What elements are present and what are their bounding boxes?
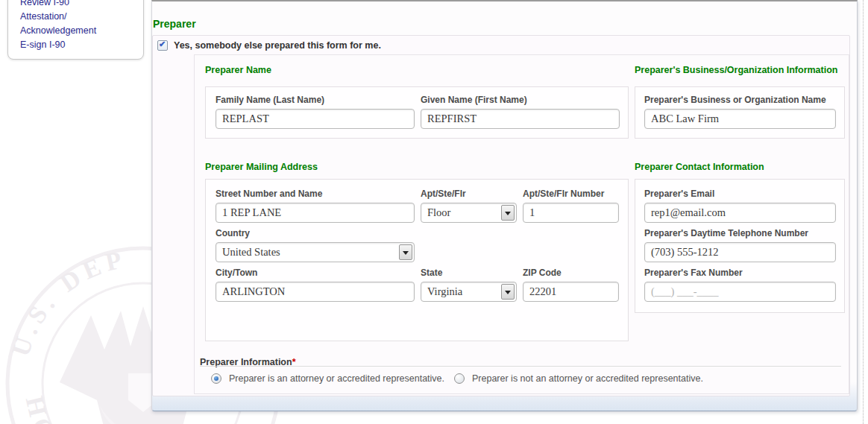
- prepared-by-other-checkbox[interactable]: ✔: [157, 40, 168, 51]
- given-name-label: Given Name (First Name): [421, 95, 620, 105]
- zip-input[interactable]: [523, 282, 619, 302]
- given-name-input[interactable]: [421, 109, 620, 129]
- sidebar-item-label-line1: Attestation/: [20, 10, 96, 24]
- business-name-input[interactable]: [644, 109, 836, 129]
- city-label: City/Town: [216, 268, 415, 278]
- divider: [200, 366, 841, 367]
- page-title: Preparer: [153, 18, 196, 30]
- apt-type-select[interactable]: Floor: [421, 203, 517, 223]
- zip-label: ZIP Code: [523, 268, 619, 278]
- sidebar-nav: Review I-90 Attestation/ Acknowledgement…: [7, 0, 144, 60]
- email-label: Preparer's Email: [644, 189, 836, 199]
- prepared-by-other-row: ✔ Yes, somebody else prepared this form …: [157, 40, 381, 51]
- section-title-contact-info: Preparer Contact Information: [635, 162, 764, 172]
- preparer-details-container: Preparer Name Family Name (Last Name) Gi…: [194, 54, 849, 394]
- radio-attorney-label: Preparer is an attorney or accredited re…: [229, 373, 444, 384]
- apt-number-input[interactable]: [523, 203, 619, 223]
- section-title-business-info: Preparer's Business/Organization Informa…: [635, 65, 837, 75]
- dropdown-arrow-icon[interactable]: [501, 284, 515, 300]
- main-content-panel: Preparer ✔ Yes, somebody else prepared t…: [151, 0, 858, 411]
- fax-input[interactable]: [644, 282, 836, 302]
- apt-number-label: Apt/Ste/Flr Number: [523, 189, 619, 199]
- apt-type-label: Apt/Ste/Flr: [421, 189, 517, 199]
- sidebar-item-label-line2: Acknowledgement: [20, 24, 96, 38]
- email-input[interactable]: [644, 203, 836, 223]
- street-label: Street Number and Name: [216, 189, 415, 199]
- sidebar-item-label: Review I-90: [20, 0, 96, 10]
- sidebar-item-label: E-sign I-90: [20, 38, 96, 52]
- country-label: Country: [216, 228, 415, 238]
- phone-label: Preparer's Daytime Telephone Number: [644, 228, 836, 238]
- family-name-label: Family Name (Last Name): [216, 95, 415, 105]
- preparer-fieldset: ✔ Yes, somebody else prepared this form …: [152, 35, 850, 396]
- radio-option-attorney: Preparer is an attorney or accredited re…: [211, 373, 444, 384]
- family-name-input[interactable]: [216, 109, 415, 129]
- fax-label: Preparer's Fax Number: [644, 268, 836, 278]
- sidebar-item-review-i90[interactable]: Review I-90: [20, 0, 96, 10]
- country-value: United States: [222, 246, 280, 259]
- sidebar-item-esign-i90[interactable]: E-sign I-90: [20, 38, 96, 52]
- mailing-address-box: Street Number and Name Apt/Ste/Flr Floor…: [205, 179, 629, 341]
- svg-text:HOM: HOM: [21, 393, 78, 424]
- radio-attorney[interactable]: [211, 373, 221, 384]
- apt-type-value: Floor: [427, 206, 450, 219]
- dropdown-arrow-icon[interactable]: [399, 244, 412, 260]
- preparer-information-options: Preparer is an attorney or accredited re…: [195, 373, 849, 388]
- section-title-mailing-address: Preparer Mailing Address: [205, 162, 318, 172]
- business-info-box: Preparer's Business or Organization Name: [635, 86, 845, 139]
- preparer-name-box: Family Name (Last Name) Given Name (Firs…: [205, 86, 629, 139]
- state-value: Virginia: [427, 285, 462, 298]
- business-name-label: Preparer's Business or Organization Name: [644, 95, 836, 105]
- radio-option-not-attorney: Preparer is not an attorney or accredite…: [454, 373, 703, 384]
- radio-not-attorney-label: Preparer is not an attorney or accredite…: [472, 373, 703, 384]
- checkmark-icon: ✔: [159, 39, 166, 49]
- section-title-preparer-name: Preparer Name: [205, 65, 271, 75]
- city-input[interactable]: [216, 282, 415, 302]
- state-label: State: [421, 268, 517, 278]
- radio-not-attorney[interactable]: [454, 373, 465, 384]
- country-select[interactable]: United States: [216, 242, 415, 262]
- state-select[interactable]: Virginia: [421, 282, 517, 302]
- street-input[interactable]: [216, 203, 415, 223]
- prepared-by-other-label: Yes, somebody else prepared this form fo…: [174, 40, 381, 51]
- sidebar-item-attestation-acknowledgement[interactable]: Attestation/ Acknowledgement: [20, 10, 96, 38]
- layout-dotted-divider: [863, 0, 864, 424]
- dropdown-arrow-icon[interactable]: [501, 205, 515, 221]
- phone-input[interactable]: [644, 242, 836, 262]
- contact-info-box: Preparer's Email Preparer's Daytime Tele…: [635, 179, 845, 313]
